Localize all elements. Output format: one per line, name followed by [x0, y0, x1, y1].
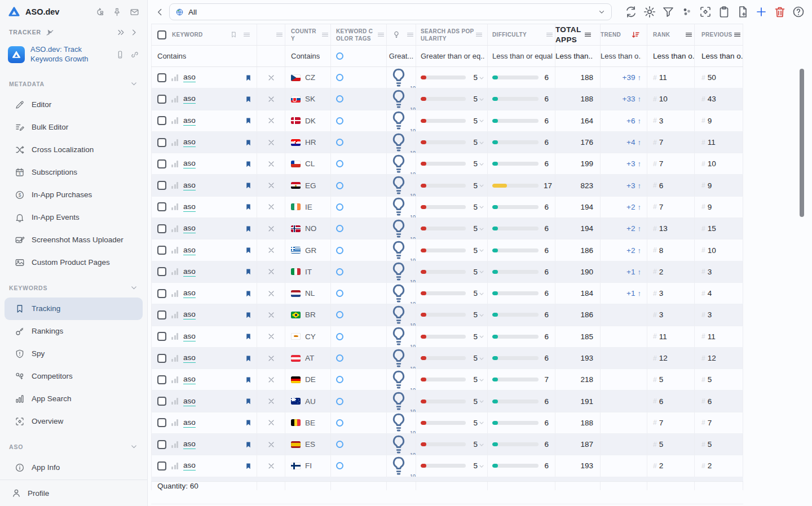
color-tag-circle-icon[interactable] — [336, 419, 343, 427]
color-tag-circle-icon[interactable] — [336, 441, 343, 448]
sidebar-item-rankings[interactable]: Rankings — [5, 320, 143, 343]
keyword-chart-icon[interactable] — [171, 355, 178, 362]
keyword-text[interactable]: aso — [183, 353, 196, 363]
row-checkbox[interactable] — [157, 73, 166, 82]
expand-chevron-icon[interactable] — [479, 291, 484, 296]
keyword-text[interactable]: aso — [183, 397, 196, 406]
keyword-text[interactable]: aso — [183, 440, 196, 449]
row-checkbox[interactable] — [157, 461, 166, 471]
filter-value[interactable]: Contains — [291, 52, 320, 60]
filter-cell-total-apps[interactable]: Less than... — [555, 46, 601, 66]
lamp-icon[interactable]: 10 — [387, 88, 416, 109]
bookmark-icon[interactable] — [245, 461, 252, 471]
bookmark-icon[interactable] — [245, 375, 252, 384]
lamp-icon[interactable]: 10 — [387, 348, 416, 369]
row-checkbox[interactable] — [157, 224, 166, 233]
row-checkbox[interactable] — [157, 181, 166, 190]
color-tag-circle-icon[interactable] — [336, 95, 343, 103]
keyword-text[interactable]: aso — [183, 332, 196, 341]
sidebar-item-subscriptions[interactable]: $ Subscriptions — [5, 161, 143, 184]
column-header-color-tags[interactable]: KEYWORD COLOR TAGS — [331, 24, 387, 45]
expand-chevron-icon[interactable] — [479, 269, 484, 274]
column-header-lamp[interactable] — [387, 24, 416, 45]
remove-keyword-button[interactable] — [267, 73, 276, 82]
expand-chevron-icon[interactable] — [479, 356, 484, 361]
remove-keyword-button[interactable] — [267, 138, 276, 147]
color-tag-circle-icon[interactable] — [336, 139, 343, 146]
remove-keyword-button[interactable] — [267, 95, 276, 104]
row-checkbox[interactable] — [157, 202, 166, 211]
color-tag-circle-icon[interactable] — [336, 247, 343, 254]
filter-cell-color-tags[interactable] — [331, 46, 387, 66]
row-checkbox[interactable] — [157, 332, 166, 341]
row-checkbox[interactable] — [157, 310, 166, 319]
keyword-text[interactable]: aso — [183, 267, 196, 277]
remove-keyword-button[interactable] — [267, 267, 276, 276]
link-icon[interactable] — [130, 50, 139, 59]
filter-cell-search-ads-popularity[interactable]: Greater than or eq... — [416, 46, 488, 66]
bookmark-icon[interactable] — [245, 224, 252, 233]
keyword-chart-icon[interactable] — [171, 203, 178, 210]
color-tag-circle-icon[interactable] — [336, 290, 343, 297]
row-checkbox[interactable] — [157, 159, 166, 168]
add-icon[interactable] — [754, 5, 768, 19]
color-tag-circle-icon[interactable] — [336, 462, 343, 469]
row-checkbox[interactable] — [157, 116, 166, 125]
select-all-checkbox[interactable] — [157, 30, 166, 39]
expand-chevron-icon[interactable] — [479, 420, 484, 425]
keyword-chart-icon[interactable] — [171, 441, 178, 448]
sidebar-item-bulk-editor[interactable]: Bulk Editor — [5, 116, 143, 139]
expand-chevron-icon[interactable] — [479, 204, 484, 210]
keyword-text[interactable]: aso — [183, 288, 196, 298]
remove-keyword-button[interactable] — [267, 310, 276, 319]
expand-chevron-icon[interactable] — [479, 442, 484, 447]
column-header-previous[interactable]: PREVIOUS — [695, 24, 743, 45]
expand-chevron-icon[interactable] — [479, 312, 484, 318]
bookmark-icon[interactable] — [245, 418, 252, 427]
keyword-chart-icon[interactable] — [171, 225, 178, 232]
row-checkbox[interactable] — [157, 354, 166, 363]
column-header-keyword[interactable]: KEYWORD — [151, 24, 257, 45]
sidebar-item-app-info[interactable]: App Info — [5, 456, 143, 479]
row-checkbox[interactable] — [157, 95, 166, 104]
bookmark-icon[interactable] — [245, 246, 252, 255]
color-tag-circle-icon[interactable] — [336, 376, 343, 383]
keyword-chart-icon[interactable] — [171, 268, 178, 275]
expand-chevron-icon[interactable] — [479, 96, 484, 102]
column-menu-icon[interactable] — [321, 30, 329, 39]
column-header-remove[interactable] — [257, 24, 285, 45]
group-colors-icon[interactable] — [680, 5, 694, 19]
row-checkbox[interactable] — [157, 375, 166, 384]
lamp-icon[interactable]: 10 — [387, 197, 416, 218]
keyword-text[interactable]: aso — [183, 375, 196, 384]
filter-value[interactable]: Great... — [389, 52, 413, 60]
pin-icon[interactable] — [112, 7, 122, 17]
keyword-text[interactable]: aso — [183, 159, 196, 168]
filter-value[interactable]: Less than o... — [701, 52, 743, 60]
keyword-chart-icon[interactable] — [171, 182, 178, 189]
filter-value[interactable]: Greater than or eq... — [421, 52, 484, 60]
lamp-icon[interactable]: 10 — [387, 261, 416, 282]
file-add-icon[interactable] — [736, 5, 749, 19]
lamp-icon[interactable]: 10 — [387, 326, 416, 347]
column-menu-icon[interactable] — [275, 30, 284, 39]
column-menu-icon[interactable] — [406, 30, 414, 39]
bookmark-icon[interactable] — [245, 138, 252, 147]
remove-keyword-button[interactable] — [267, 418, 276, 427]
column-header-search-ads-popularity[interactable]: SEARCH ADS POPULARITY — [416, 24, 488, 45]
lamp-icon[interactable]: 10 — [387, 153, 416, 174]
row-checkbox[interactable] — [157, 440, 166, 449]
expand-chevron-icon[interactable] — [479, 398, 484, 404]
lamp-icon[interactable]: 10 — [387, 283, 416, 304]
filter-value[interactable]: Contains — [157, 52, 186, 60]
remove-keyword-button[interactable] — [267, 159, 276, 168]
lamp-icon[interactable]: 10 — [387, 110, 416, 131]
filter-value[interactable]: Less than o... — [653, 52, 694, 60]
expand-chevron-icon[interactable] — [479, 140, 484, 145]
color-tag-circle-icon[interactable] — [336, 182, 343, 189]
keyword-chart-icon[interactable] — [171, 419, 178, 426]
keyword-chart-icon[interactable] — [171, 333, 178, 340]
keyword-text[interactable]: aso — [183, 246, 196, 255]
lamp-icon[interactable]: 10 — [387, 390, 416, 411]
sidebar-item-tracking[interactable]: Tracking — [5, 298, 143, 320]
